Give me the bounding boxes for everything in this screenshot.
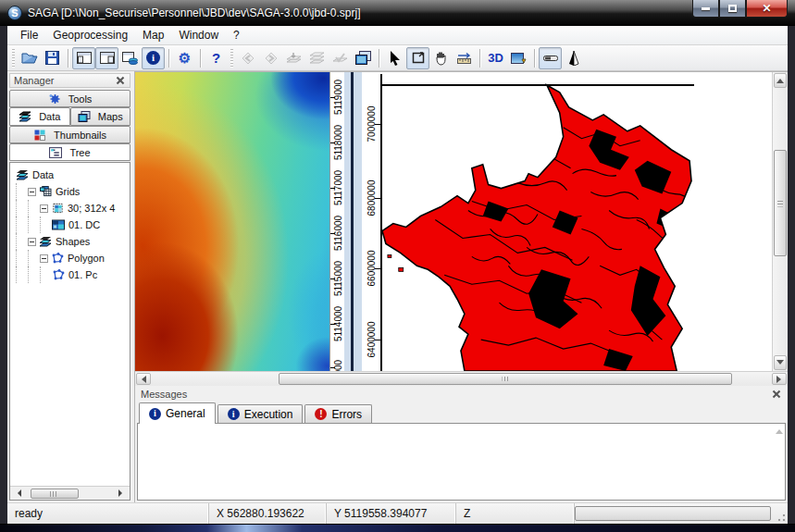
toolbar-grip[interactable] [12, 49, 15, 68]
manager-caption: Manager [9, 73, 130, 88]
cursor-x-coordinate: X 562880.193622 [217, 507, 304, 520]
scrollbar-thumb[interactable] [31, 489, 79, 499]
close-button[interactable]: ✕ [746, 0, 788, 18]
map-windows: 5119000 5118000 5117000 5116000 5115000 … [135, 71, 788, 371]
info-button[interactable]: i [142, 47, 165, 69]
france-map-canvas[interactable] [380, 72, 772, 371]
north-arrow-toggle-button[interactable] [562, 47, 585, 69]
toolbar-separator [168, 49, 169, 68]
scrollbar-thumb[interactable] [774, 150, 787, 256]
tab-tree-label: Tree [69, 147, 90, 158]
manager-caption-label: Manager [14, 75, 54, 86]
save-map-image-button[interactable] [507, 47, 530, 69]
dem-map-canvas[interactable] [135, 72, 329, 371]
manager-close-icon[interactable] [115, 75, 126, 86]
help-button[interactable]: ? [205, 47, 228, 69]
scroll-down-button[interactable] [774, 355, 787, 370]
manager-panel: Manager Tools Data Maps [7, 71, 134, 502]
tree-item-data[interactable]: Data [16, 167, 130, 183]
zoom-tool-button[interactable] [406, 47, 429, 69]
manager-horizontal-scrollbar[interactable] [10, 486, 130, 500]
tab-thumbnails[interactable]: Thumbnails [9, 126, 130, 143]
menu-file[interactable]: File [13, 27, 45, 43]
error-icon: ! [315, 408, 327, 420]
3d-view-icon: 3D [488, 51, 503, 65]
measure-tool-button[interactable] [453, 47, 476, 69]
tree-item-polygon-type[interactable]: Polygon [16, 250, 130, 266]
toolbar-separator [200, 49, 201, 68]
north-arrow-icon [568, 51, 579, 66]
menu-geoprocessing[interactable]: Geoprocessing [45, 27, 135, 43]
tree-item-shapes[interactable]: Shapes [16, 233, 130, 250]
france-polygons-layer [380, 72, 772, 371]
tab-tree[interactable]: Tree [9, 143, 130, 161]
show-properties-button[interactable] [95, 47, 118, 69]
resize-grip[interactable] [775, 511, 786, 522]
tab-execution[interactable]: i Execution [217, 404, 304, 423]
france-map-vertical-scrollbar[interactable] [772, 72, 788, 371]
cursor-arrow-icon [389, 51, 401, 66]
maps-icon [78, 111, 91, 122]
collapse-expander-icon[interactable] [40, 254, 48, 263]
pan-tool-button[interactable] [429, 47, 453, 69]
dem-y-label: 5115000 [332, 261, 342, 296]
collapse-expander-icon[interactable] [40, 204, 48, 213]
scroll-right-button[interactable] [772, 373, 787, 385]
status-bar: ready X 562880.193622 Y 5119558.394077 Z [7, 502, 788, 524]
open-button[interactable] [18, 47, 41, 69]
show-manager-button[interactable] [72, 47, 95, 69]
polygon-icon [51, 253, 64, 264]
scroll-left-icon[interactable] [14, 489, 21, 497]
france-map-pan-strip[interactable] [354, 72, 362, 371]
scroll-right-icon[interactable] [118, 489, 126, 497]
scrollbar-thumb[interactable] [279, 373, 732, 385]
hand-pan-icon [434, 51, 448, 66]
dem-y-label: 5118000 [332, 125, 342, 160]
messages-panel: Messages i General i Execution ! Errors [135, 386, 788, 502]
zoom-rectangle-icon [411, 51, 426, 65]
tab-data[interactable]: Data [9, 107, 70, 126]
tree-item-grid-system[interactable]: 30; 312x 4 [16, 200, 130, 217]
tree-item-polygon[interactable]: 01. Pc [16, 266, 130, 283]
up-arrow-icon [776, 75, 784, 83]
map-image-icon [511, 52, 527, 65]
menu-map[interactable]: Map [135, 27, 171, 43]
tab-general-label: General [166, 407, 205, 420]
tool-libraries-button[interactable]: ⚙ [173, 47, 196, 69]
france-map-horizontal-scrollbar[interactable] [135, 371, 788, 386]
tab-tools[interactable]: Tools [9, 90, 130, 107]
messages-output-area[interactable] [137, 424, 786, 501]
tree-indent [16, 250, 28, 266]
tab-errors[interactable]: ! Errors [304, 404, 372, 423]
menu-help[interactable]: ? [226, 27, 247, 43]
dem-map-pan-strip[interactable] [344, 72, 351, 371]
tab-general[interactable]: i General [139, 402, 216, 424]
dem-y-label: 5113000 [332, 360, 342, 371]
dem-y-label: 5114000 [332, 306, 342, 341]
copy-map-button[interactable] [352, 47, 375, 69]
tree-item-grid[interactable]: 01. DC [16, 217, 130, 233]
view-3d-button[interactable]: 3D [484, 47, 507, 69]
menu-window[interactable]: Window [171, 27, 226, 43]
restore-icon [728, 5, 737, 12]
collapse-expander-icon[interactable] [28, 238, 36, 246]
properties-window-icon [100, 52, 115, 64]
title-bar[interactable]: S SAGA [D:\Non_Securise\Personnel\JBD\de… [0, 0, 795, 26]
toolbar-separator [479, 49, 480, 68]
restore-button[interactable] [719, 0, 746, 18]
collapse-expander-icon[interactable] [28, 188, 36, 196]
tab-data-label: Data [39, 111, 60, 122]
scroll-left-button[interactable] [136, 373, 151, 385]
toolbar-grip[interactable] [230, 49, 233, 68]
progress-bar [575, 506, 771, 521]
map-area: 5119000 5118000 5117000 5116000 5115000 … [134, 71, 788, 502]
tab-maps[interactable]: Maps [70, 107, 131, 126]
pointer-tool-button[interactable] [383, 47, 406, 69]
scroll-up-button[interactable] [774, 73, 787, 88]
show-datasource-button[interactable] [118, 47, 142, 69]
tree-item-grids[interactable]: Grids [16, 183, 130, 200]
messages-close-icon[interactable] [771, 389, 782, 400]
minimize-button[interactable] [692, 0, 719, 18]
save-button[interactable] [41, 47, 64, 69]
scalebar-toggle-button[interactable] [539, 47, 562, 69]
